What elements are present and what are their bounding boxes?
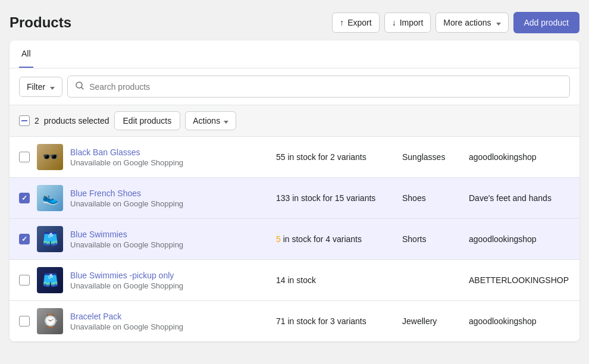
deselect-all-checkbox[interactable] [19, 115, 30, 126]
products-selected-label: products selected [44, 116, 109, 125]
product-image: ⌚ [37, 308, 63, 334]
search-input[interactable] [89, 82, 562, 92]
product-name[interactable]: Blue Swimmies -pickup only [70, 271, 269, 280]
product-shop: ABETTERLOOKINGSHOP [469, 275, 570, 285]
product-info: Blue French ShoesUnavailable on Google S… [70, 189, 269, 208]
product-image: 🩳 [37, 267, 63, 293]
more-actions-label: More actions [443, 18, 491, 27]
search-wrapper [67, 76, 570, 98]
stock-info: 133 in stock for 15 variants [276, 193, 395, 203]
header-actions: ↑ Export ↓ Import More actions Add produ… [332, 12, 579, 33]
tab-all[interactable]: All [19, 40, 33, 68]
product-info: Blue SwimmiesUnavailable on Google Shopp… [70, 230, 269, 249]
filter-chevron-icon [49, 82, 55, 92]
actions-button[interactable]: Actions [185, 111, 236, 130]
product-subtitle: Unavailable on Google Shopping [70, 199, 269, 208]
tabs-bar: All [10, 40, 579, 68]
svg-line-1 [82, 87, 84, 90]
row-checkbox[interactable] [19, 193, 30, 203]
product-subtitle: Unavailable on Google Shopping [70, 322, 269, 331]
import-label: Import [400, 18, 424, 27]
product-image: 🩳 [37, 226, 63, 252]
actions-chevron-icon [223, 116, 228, 125]
export-label: Export [347, 18, 371, 27]
product-name[interactable]: Blue French Shoes [70, 189, 269, 198]
table-row: 👟Blue French ShoesUnavailable on Google … [10, 178, 579, 219]
product-info: Blue Swimmies -pickup onlyUnavailable on… [70, 271, 269, 290]
stock-info: 55 in stock for 2 variants [276, 152, 395, 162]
add-product-button[interactable]: Add product [513, 12, 580, 33]
stock-warning: 5 [276, 234, 281, 244]
import-button[interactable]: ↓ Import [384, 12, 431, 33]
page-title: Products [10, 14, 71, 31]
products-card: All Filter 2 [10, 40, 579, 341]
product-name[interactable]: Bracelet Pack [70, 312, 269, 321]
product-subtitle: Unavailable on Google Shopping [70, 281, 269, 290]
table-row: 🕶️Black Ban GlassesUnavailable on Google… [10, 137, 579, 178]
product-info: Bracelet PackUnavailable on Google Shopp… [70, 312, 269, 331]
search-icon [75, 81, 84, 92]
download-icon: ↓ [392, 18, 396, 27]
product-table: 🕶️Black Ban GlassesUnavailable on Google… [10, 137, 579, 341]
export-button[interactable]: ↑ Export [332, 12, 379, 33]
filter-label: Filter [27, 82, 45, 92]
selection-bar: 2 products selected Edit products Action… [10, 105, 579, 137]
toolbar: Filter [10, 68, 579, 105]
stock-info: 14 in stock [276, 275, 395, 285]
row-checkbox[interactable] [19, 152, 30, 162]
table-row: ⌚Bracelet PackUnavailable on Google Shop… [10, 301, 579, 341]
product-category: Shoes [402, 193, 462, 203]
table-row: 🩳Blue SwimmiesUnavailable on Google Shop… [10, 219, 579, 260]
stock-info: 5 in stock for 4 variants [276, 234, 395, 244]
product-category: Sunglasses [402, 152, 462, 162]
selected-count: 2 [35, 116, 39, 125]
product-shop: agoodlookingshop [469, 152, 570, 162]
filter-button[interactable]: Filter [19, 77, 62, 97]
table-row: 🩳Blue Swimmies -pickup onlyUnavailable o… [10, 260, 579, 301]
product-name[interactable]: Blue Swimmies [70, 230, 269, 239]
stock-info: 71 in stock for 3 variants [276, 316, 395, 326]
upload-icon: ↑ [340, 18, 344, 27]
edit-products-button[interactable]: Edit products [114, 111, 181, 130]
chevron-down-icon [495, 18, 501, 27]
product-shop: Dave's feet and hands [469, 193, 570, 203]
row-checkbox[interactable] [19, 234, 30, 244]
page-header: Products ↑ Export ↓ Import More actions … [10, 12, 579, 33]
product-subtitle: Unavailable on Google Shopping [70, 240, 269, 249]
product-image: 🕶️ [37, 144, 63, 170]
actions-label: Actions [193, 116, 220, 125]
product-image: 👟 [37, 185, 63, 211]
product-info: Black Ban GlassesUnavailable on Google S… [70, 148, 269, 167]
product-name[interactable]: Black Ban Glasses [70, 148, 269, 157]
row-checkbox[interactable] [19, 275, 30, 285]
product-category: Jewellery [402, 316, 462, 326]
product-shop: agoodlookingshop [469, 316, 570, 326]
product-shop: agoodlookingshop [469, 234, 570, 244]
more-actions-button[interactable]: More actions [436, 12, 508, 33]
product-category: Shorts [402, 234, 462, 244]
product-subtitle: Unavailable on Google Shopping [70, 158, 269, 167]
row-checkbox[interactable] [19, 316, 30, 327]
